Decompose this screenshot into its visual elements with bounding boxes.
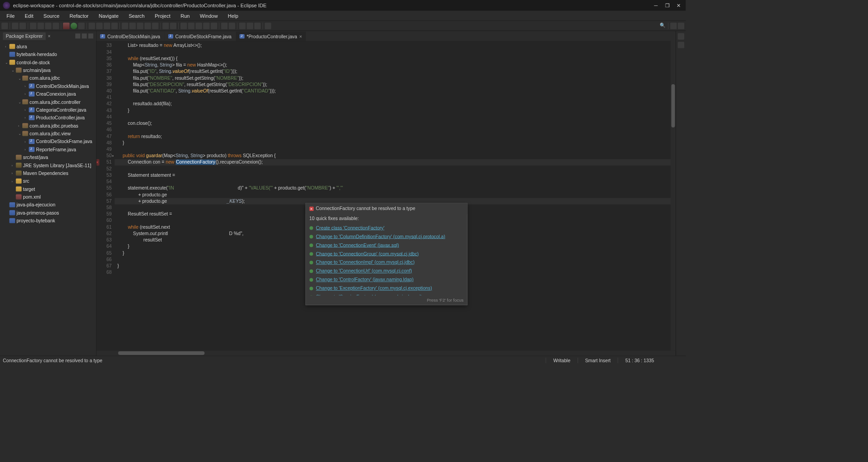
- coverage-icon[interactable]: [78, 22, 84, 29]
- package-explorer: Package Explorer × ›alurabytebank-hereda…: [0, 31, 97, 356]
- popup-error-text: ConnectionFactory cannot be resolved to …: [316, 205, 415, 212]
- debug-icon[interactable]: [63, 22, 69, 29]
- minimize-button[interactable]: ─: [653, 3, 658, 8]
- tree-item[interactable]: ›src: [0, 177, 96, 185]
- search-icon[interactable]: 🔍: [660, 22, 666, 29]
- tasklist-icon[interactable]: [677, 42, 684, 48]
- tree-item[interactable]: ›ReporteFrame.java: [0, 145, 96, 153]
- tree-item[interactable]: ⌄control-de-stock: [0, 58, 96, 66]
- toolbar: 🔍: [0, 21, 686, 31]
- menu-navigate[interactable]: Navigate: [93, 11, 124, 20]
- menu-search[interactable]: Search: [124, 11, 150, 20]
- menu-refactor[interactable]: Refactor: [64, 11, 93, 20]
- forward-icon[interactable]: [229, 22, 235, 29]
- tool-icon[interactable]: [196, 22, 202, 29]
- tool-icon[interactable]: [152, 22, 158, 29]
- status-insert: Smart Insert: [578, 358, 618, 363]
- tool-icon[interactable]: [181, 22, 187, 29]
- maximize-button[interactable]: ❐: [665, 3, 670, 8]
- tree-item[interactable]: ⌄com.alura.jdbc.controller: [0, 98, 96, 106]
- tool-icon[interactable]: [122, 22, 128, 29]
- tool-icon[interactable]: [188, 22, 194, 29]
- collapse-icon[interactable]: [75, 33, 80, 38]
- back-icon[interactable]: [221, 22, 227, 29]
- editor-tab[interactable]: ControlDeStockFrame.java: [165, 32, 235, 41]
- tree-item[interactable]: ›CategoriaController.java: [0, 106, 96, 113]
- tree-item[interactable]: ›alura: [0, 42, 96, 50]
- tree-item[interactable]: ›JRE System Library [JavaSE-11]: [0, 161, 96, 169]
- tool-icon[interactable]: [52, 22, 59, 29]
- tool-icon[interactable]: [203, 22, 210, 29]
- editor-tab[interactable]: ControlDeStockMain.java: [97, 32, 164, 41]
- status-position: 51 : 36 : 1335: [618, 358, 661, 363]
- tree-item[interactable]: ›CreaConexion.java: [0, 90, 96, 98]
- quickfix-item[interactable]: Create class 'ConnectionFactory': [306, 224, 467, 232]
- menu-file[interactable]: File: [1, 11, 20, 20]
- tool-icon[interactable]: [129, 22, 136, 29]
- editor-tabs: ControlDeStockMain.javaControlDeStockFra…: [97, 31, 676, 41]
- quickfix-item[interactable]: Change to 'ConnectionImpl' (com.mysql.cj…: [306, 258, 467, 267]
- quickfix-item[interactable]: Change to 'ConnectionGroup' (com.mysql.c…: [306, 249, 467, 258]
- tool-icon[interactable]: [162, 22, 169, 29]
- tree-item[interactable]: java-primeros-pasos: [0, 209, 96, 216]
- tree-item[interactable]: ⌄com.alura.jdbc.view: [0, 129, 96, 137]
- menu-source[interactable]: Source: [38, 11, 64, 20]
- tree-item[interactable]: ›ControlDeStockMain.java: [0, 82, 96, 90]
- menu-project[interactable]: Project: [150, 11, 176, 20]
- run-icon[interactable]: [71, 22, 77, 29]
- tool-icon[interactable]: [239, 22, 246, 29]
- tree-item[interactable]: pom.xml: [0, 193, 96, 200]
- tool-icon[interactable]: [254, 22, 261, 29]
- java-perspective-icon[interactable]: [678, 22, 684, 29]
- tool-icon[interactable]: [265, 22, 271, 29]
- menu-edit[interactable]: Edit: [20, 11, 38, 20]
- quickfix-item[interactable]: Change to 'ControlFactory' (javax.naming…: [306, 275, 467, 284]
- tree-item[interactable]: ⌄com.alura.jdbc: [0, 74, 96, 82]
- tree-item[interactable]: bytebank-heredado: [0, 51, 96, 58]
- saveall-icon[interactable]: [20, 22, 26, 29]
- code-editor[interactable]: 3334353637383940414243444546474849505152…: [97, 41, 676, 350]
- quickfix-item[interactable]: Change to 'ExceptionFactory' (com.mysql.…: [306, 284, 467, 293]
- menu-window[interactable]: Window: [195, 11, 222, 20]
- tool-icon[interactable]: [111, 22, 118, 29]
- editor-area: ControlDeStockMain.javaControlDeStockFra…: [97, 31, 676, 356]
- tree-item[interactable]: java-pila-ejecucion: [0, 201, 96, 209]
- tree-item[interactable]: src/test/java: [0, 154, 96, 161]
- menu-run[interactable]: Run: [176, 11, 195, 20]
- tool-icon[interactable]: [137, 22, 143, 29]
- tool-icon[interactable]: [96, 22, 103, 29]
- tool-icon[interactable]: [45, 22, 52, 29]
- tree-item[interactable]: ›ProductoController.java: [0, 114, 96, 122]
- save-icon[interactable]: [12, 22, 18, 29]
- tool-icon[interactable]: [88, 22, 95, 29]
- tool-icon[interactable]: [30, 22, 36, 29]
- close-button[interactable]: ✕: [677, 3, 682, 8]
- project-tree[interactable]: ›alurabytebank-heredado⌄control-de-stock…: [0, 41, 96, 355]
- tree-item[interactable]: ⌄src/main/java: [0, 66, 96, 74]
- new-icon[interactable]: [1, 22, 8, 29]
- tool-icon[interactable]: [170, 22, 176, 29]
- close-view-icon[interactable]: ×: [48, 33, 51, 39]
- editor-tab[interactable]: *ProductoController.java×: [236, 32, 305, 41]
- menu-help[interactable]: Help: [223, 11, 243, 20]
- horizontal-scrollbar[interactable]: [97, 350, 676, 355]
- quickfix-item[interactable]: Change to 'ColumnDefinitionFactory' (com…: [306, 232, 467, 241]
- tool-icon[interactable]: [247, 22, 253, 29]
- quickfix-item[interactable]: Change to 'ConnectionEvent' (javax.sql): [306, 241, 467, 250]
- tool-icon[interactable]: [211, 22, 217, 29]
- tree-item[interactable]: ›Maven Dependencies: [0, 169, 96, 177]
- tree-item[interactable]: ›com.alura.jdbc.pruebas: [0, 122, 96, 129]
- link-icon[interactable]: [82, 33, 87, 38]
- vertical-scrollbar[interactable]: [671, 41, 676, 350]
- quickfix-list: Create class 'ConnectionFactory'Change t…: [306, 224, 467, 296]
- outline-icon[interactable]: [677, 33, 684, 40]
- tree-item[interactable]: target: [0, 185, 96, 193]
- quickfix-item[interactable]: Change to 'ConnectionUrl' (com.mysql.cj.…: [306, 267, 467, 275]
- tool-icon[interactable]: [104, 22, 110, 29]
- menu-icon[interactable]: [88, 33, 93, 38]
- tree-item[interactable]: proyecto-bytebank: [0, 217, 96, 225]
- tool-icon[interactable]: [145, 22, 151, 29]
- perspective-icon[interactable]: [670, 22, 677, 29]
- tree-item[interactable]: ›ControlDeStockFrame.java: [0, 138, 96, 145]
- tool-icon[interactable]: [37, 22, 44, 29]
